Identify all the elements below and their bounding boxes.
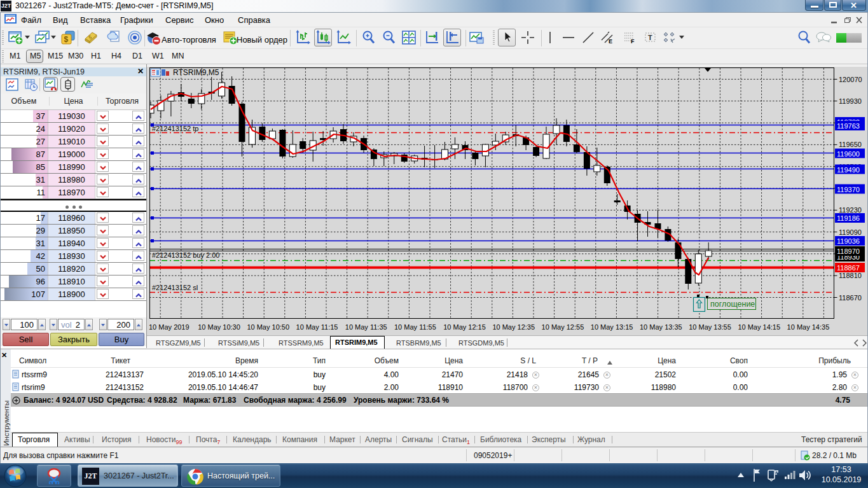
svg-text:119600: 119600 (837, 150, 860, 158)
svg-text:10 May 12:15: 10 May 12:15 (443, 323, 486, 331)
svg-text:#212413152 sl: #212413152 sl (152, 284, 198, 291)
svg-text:119090: 119090 (839, 228, 862, 236)
svg-text:T: T (648, 34, 652, 41)
svg-text:10 May 11:55: 10 May 11:55 (394, 323, 436, 331)
svg-text:10 May 14:15: 10 May 14:15 (738, 323, 780, 331)
svg-text:F: F (631, 38, 635, 45)
svg-text:$: $ (64, 35, 69, 44)
svg-text:10 May 12:35: 10 May 12:35 (492, 323, 535, 331)
svg-text:10 May 11:35: 10 May 11:35 (345, 323, 387, 331)
svg-text:119230: 119230 (839, 206, 862, 214)
svg-text:119370: 119370 (837, 186, 860, 193)
svg-text:119763: 119763 (837, 122, 860, 130)
svg-text:120070: 120070 (839, 76, 862, 83)
svg-text:поглощение: поглощение (710, 300, 755, 309)
svg-text:E: E (609, 38, 612, 45)
svg-text:10 May 11:15: 10 May 11:15 (296, 323, 338, 331)
svg-text:10 May 13:35: 10 May 13:35 (640, 323, 682, 331)
svg-text:10 May 10:30: 10 May 10:30 (198, 323, 240, 331)
svg-text:119490: 119490 (837, 166, 860, 174)
svg-text:118970: 118970 (837, 247, 860, 255)
svg-text:118670: 118670 (839, 294, 862, 302)
svg-text:10 May 2019: 10 May 2019 (149, 323, 189, 331)
svg-text:#212413152 buy 2.00: #212413152 buy 2.00 (152, 251, 219, 259)
svg-text:119930: 119930 (839, 97, 862, 105)
svg-text:10 May 10:50: 10 May 10:50 (247, 323, 289, 331)
svg-text:118867: 118867 (837, 264, 860, 272)
svg-text:119186: 119186 (837, 214, 860, 222)
svg-text:10 May 12:55: 10 May 12:55 (542, 323, 584, 331)
svg-text:10 May 13:15: 10 May 13:15 (591, 323, 633, 331)
svg-text:10 May 14:35: 10 May 14:35 (787, 323, 830, 331)
svg-text:10 May 13:55: 10 May 13:55 (689, 323, 731, 331)
svg-text:118810: 118810 (839, 272, 862, 279)
svg-text:RTSRIM9,M5: RTSRIM9,M5 (173, 68, 219, 77)
svg-text:119650: 119650 (839, 141, 862, 148)
svg-text:119036: 119036 (837, 237, 860, 245)
svg-text:#212413152 tp: #212413152 tp (152, 125, 198, 132)
